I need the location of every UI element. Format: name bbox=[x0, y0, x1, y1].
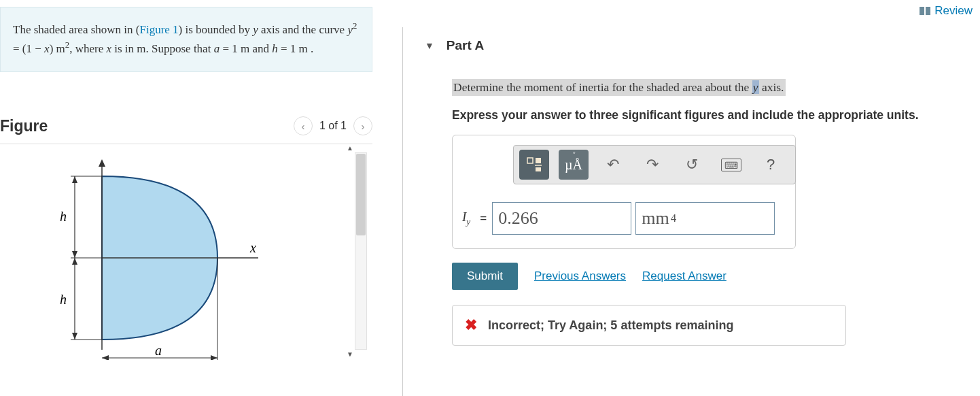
svg-marker-8 bbox=[72, 251, 77, 258]
collapse-icon: ▼ bbox=[425, 40, 434, 51]
svg-rect-15 bbox=[920, 7, 924, 15]
scrollbar-thumb[interactable] bbox=[356, 154, 366, 235]
fraction-tool-button[interactable] bbox=[519, 150, 549, 180]
axis-label-x: x bbox=[249, 240, 256, 255]
figure-diagram: x h h a bbox=[34, 156, 258, 360]
undo-button[interactable]: ↶ bbox=[598, 150, 628, 180]
figure-nav: ‹ 1 of 1 › bbox=[294, 116, 372, 135]
instruction-text: Express your answer to three significant… bbox=[452, 108, 975, 122]
svg-marker-13 bbox=[102, 355, 109, 360]
scroll-down-icon[interactable]: ▼ bbox=[347, 350, 353, 358]
problem-statement: The shaded area shown in (Figure 1) is b… bbox=[0, 7, 372, 72]
svg-rect-16 bbox=[926, 7, 930, 15]
figure-next-button[interactable]: › bbox=[353, 116, 372, 135]
figure-panel: x h h a ▲ ▼ bbox=[0, 144, 372, 361]
figure-link[interactable]: Figure 1 bbox=[139, 23, 178, 36]
dim-h-upper: h bbox=[60, 209, 67, 224]
problem-text: The shaded area shown in ( bbox=[13, 23, 139, 36]
scroll-up-icon[interactable]: ▲ bbox=[347, 144, 353, 152]
reset-button[interactable]: ↺ bbox=[677, 150, 707, 180]
figure-prev-button[interactable]: ‹ bbox=[294, 116, 313, 135]
submit-button[interactable]: Submit bbox=[452, 263, 518, 290]
value-input[interactable] bbox=[492, 202, 631, 235]
answer-symbol: Iy bbox=[462, 210, 470, 227]
answer-panel: µ°Å ↶ ↷ ↺ ⌨ ? Iy = mm4 bbox=[452, 135, 796, 249]
book-icon bbox=[920, 6, 932, 16]
svg-marker-1 bbox=[99, 159, 105, 167]
unit-input[interactable]: mm4 bbox=[635, 202, 775, 235]
help-button[interactable]: ? bbox=[756, 150, 786, 180]
svg-marker-10 bbox=[72, 333, 77, 340]
question-text: Determine the moment of inertia for the … bbox=[452, 79, 786, 96]
dim-a: a bbox=[155, 343, 162, 358]
answer-toolbar: µ°Å ↶ ↷ ↺ ⌨ ? bbox=[513, 145, 796, 184]
svg-marker-14 bbox=[211, 355, 217, 360]
figure-count: 1 of 1 bbox=[319, 120, 347, 132]
svg-marker-7 bbox=[72, 176, 77, 183]
svg-rect-18 bbox=[536, 158, 541, 163]
previous-answers-link[interactable]: Previous Answers bbox=[534, 269, 626, 283]
incorrect-icon: ✖ bbox=[465, 316, 477, 334]
units-tool-button[interactable]: µ°Å bbox=[559, 150, 589, 180]
figure-scrollbar[interactable] bbox=[355, 152, 367, 350]
svg-rect-17 bbox=[527, 158, 533, 163]
dim-h-lower: h bbox=[60, 292, 67, 307]
redo-button[interactable]: ↷ bbox=[637, 150, 667, 180]
feedback-box: ✖ Incorrect; Try Again; 5 attempts remai… bbox=[452, 305, 846, 346]
pane-divider bbox=[402, 27, 403, 396]
equals-sign: = bbox=[480, 212, 487, 225]
svg-marker-9 bbox=[72, 258, 77, 265]
feedback-text: Incorrect; Try Again; 5 attempts remaini… bbox=[488, 318, 733, 333]
figure-title: Figure bbox=[0, 117, 48, 135]
review-link[interactable]: Review bbox=[920, 4, 973, 17]
part-header[interactable]: ▼ Part A bbox=[425, 38, 975, 53]
request-answer-link[interactable]: Request Answer bbox=[642, 269, 727, 283]
svg-rect-20 bbox=[536, 167, 541, 171]
part-title: Part A bbox=[447, 38, 484, 53]
keyboard-button[interactable]: ⌨ bbox=[716, 150, 746, 180]
